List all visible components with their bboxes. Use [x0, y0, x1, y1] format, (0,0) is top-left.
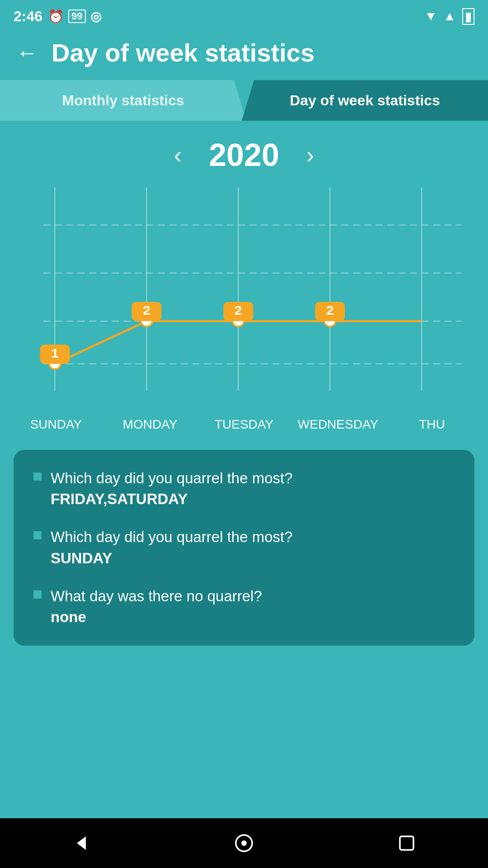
stat-text-2: Which day did you quarrel the most? SUND… — [51, 527, 293, 568]
alarm-icon: ⏰ — [48, 9, 64, 24]
stats-card: Which day did you quarrel the most? FRID… — [14, 450, 474, 646]
signal-icon: ▲ — [443, 9, 456, 24]
day-label-sunday: SUNDAY — [9, 417, 103, 432]
header: ← Day of week statistics — [0, 29, 488, 80]
recents-nav-button[interactable] — [389, 825, 425, 861]
status-bar: 2:46 ⏰ 99 ◎ ▼ ▲ ▮ — [0, 0, 488, 29]
stat-item-2: Which day did you quarrel the most? SUND… — [33, 527, 455, 568]
chart-area: 1 2 2 2 — [0, 182, 488, 417]
battery-icon: ▮ — [462, 8, 474, 25]
svg-text:1: 1 — [51, 346, 59, 360]
stat-text-1: Which day did you quarrel the most? FRID… — [51, 468, 293, 509]
back-button[interactable]: ← — [16, 42, 38, 64]
year-navigator: ‹ 2020 › — [0, 121, 488, 182]
svg-text:2: 2 — [143, 303, 150, 317]
stat-item-3: What day was there no quarrel? none — [33, 586, 455, 627]
notification-badge: 99 — [68, 9, 85, 23]
day-label-wednesday: WEDNESDAY — [291, 417, 385, 432]
tab-monthly-statistics[interactable]: Monthly statistics — [0, 80, 246, 121]
tab-day-of-week-statistics[interactable]: Day of week statistics — [242, 80, 488, 121]
next-year-button[interactable]: › — [306, 142, 314, 169]
prev-year-button[interactable]: ‹ — [174, 142, 182, 169]
page-title: Day of week statistics — [52, 38, 314, 67]
wifi-icon: ▼ — [425, 9, 437, 24]
svg-rect-24 — [400, 836, 413, 850]
stat-bullet-1 — [33, 472, 42, 481]
tab-bar: Monthly statistics Day of week statistic… — [0, 80, 488, 121]
day-label-thursday: THU — [385, 417, 479, 432]
nav-bar — [0, 818, 488, 868]
stat-bullet-3 — [33, 590, 42, 599]
status-time: 2:46 — [14, 8, 42, 25]
do-not-disturb-icon: ◎ — [90, 9, 101, 24]
year-label: 2020 — [209, 137, 279, 173]
svg-text:2: 2 — [326, 303, 334, 317]
stat-text-3: What day was there no quarrel? none — [51, 586, 262, 627]
chart-svg: 1 2 2 2 — [9, 182, 479, 417]
svg-marker-21 — [77, 836, 86, 850]
day-label-tuesday: TUESDAY — [197, 417, 291, 432]
home-nav-button[interactable] — [226, 825, 262, 861]
stat-bullet-2 — [33, 531, 42, 539]
svg-text:2: 2 — [235, 303, 242, 317]
back-nav-button[interactable] — [63, 825, 99, 861]
day-labels: SUNDAY MONDAY TUESDAY WEDNESDAY THU — [0, 417, 488, 432]
svg-point-23 — [241, 840, 247, 846]
stat-item-1: Which day did you quarrel the most? FRID… — [33, 468, 455, 509]
day-label-monday: MONDAY — [103, 417, 197, 432]
